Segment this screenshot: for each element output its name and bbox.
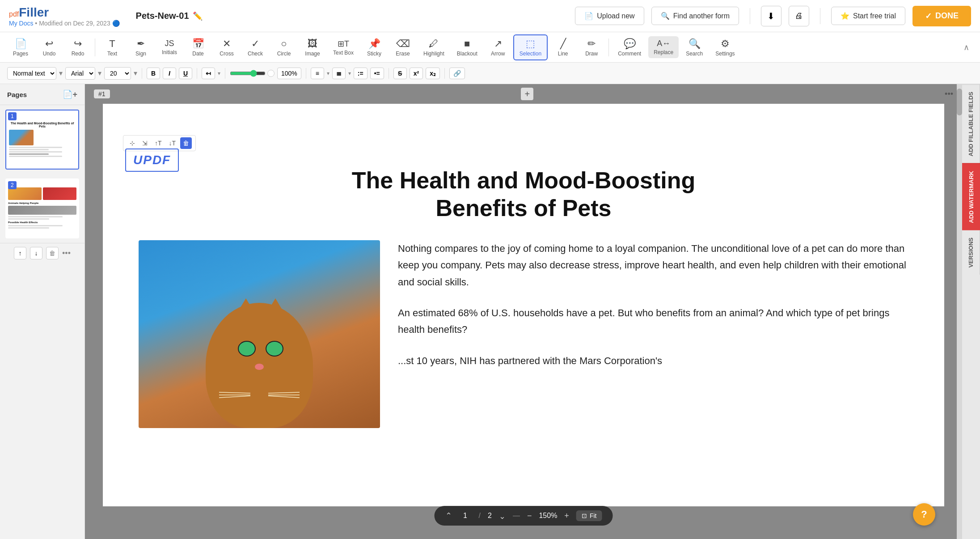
date-label: Date (192, 51, 203, 57)
tool-sticky[interactable]: 📌 Sticky (361, 35, 388, 59)
indent-left-button[interactable]: ↤ (202, 68, 215, 79)
page-up-button[interactable]: ↑ (14, 247, 26, 259)
align-left-button[interactable]: ≡ (311, 68, 324, 79)
tool-undo[interactable]: ↩ Undo (36, 35, 63, 59)
tool-sign[interactable]: ✒ Sign (127, 35, 154, 59)
tool-circle[interactable]: ○ Circle (270, 35, 297, 59)
print-button[interactable]: 🖨 (789, 6, 809, 26)
underline-button[interactable]: U (179, 68, 192, 79)
format-divider-5 (389, 68, 389, 79)
svg-line-2 (219, 396, 250, 398)
tool-draw[interactable]: ✏ Draw (578, 35, 605, 59)
toolbar-divider-2 (608, 38, 609, 56)
add-fillable-fields-tab[interactable]: ADD FILLABLE FIELDS (962, 84, 980, 163)
stamp-resize-up-icon[interactable]: ↑T (152, 138, 165, 149)
line-icon: ╱ (560, 38, 566, 50)
subscript-button[interactable]: x₂ (426, 68, 440, 79)
color-slider[interactable] (230, 70, 266, 77)
tool-cross[interactable]: ✕ Cross (213, 35, 240, 59)
start-free-trial-button[interactable]: ⭐ Start free trial (831, 7, 905, 25)
text-style-select[interactable]: Normal text (7, 67, 56, 80)
toolbar-collapse-btn[interactable]: ∧ (960, 39, 973, 56)
tool-redo[interactable]: ↪ Redo (64, 35, 91, 59)
pdf-body: Nothing compares to the joy of coming ho… (139, 240, 908, 428)
svg-line-0 (219, 392, 250, 393)
cat-whiskers (215, 383, 304, 401)
link-button[interactable]: 🔗 (449, 68, 465, 79)
list-unordered-button[interactable]: •= (370, 68, 384, 79)
page-delete-button[interactable]: 🗑 (46, 247, 59, 259)
add-watermark-tab[interactable]: ADD WATERMARK (962, 163, 980, 230)
font-select[interactable]: Arial (65, 67, 95, 80)
fit-button[interactable]: ⊡ Fit (576, 510, 602, 521)
tool-line[interactable]: ╱ Line (549, 35, 576, 59)
edit-title-icon[interactable]: ✏️ (193, 11, 203, 21)
initials-icon: JS (165, 39, 174, 48)
pages-panel-title: Pages (7, 91, 27, 98)
image-icon: 🖼 (308, 38, 317, 50)
nav-next-button[interactable]: ⌃ (499, 511, 506, 521)
strikethrough-button[interactable]: S (393, 68, 407, 79)
page-thumbnail-2[interactable]: 2 Animals Helping People Possible Health… (5, 178, 79, 238)
bold-button[interactable]: B (147, 68, 160, 79)
page-options-button[interactable]: ••• (945, 89, 953, 99)
tool-initials[interactable]: JS Initials (156, 36, 183, 58)
zoom-in-button[interactable]: + (564, 511, 569, 521)
upload-new-button[interactable]: 📄 Upload new (575, 7, 644, 25)
stamp-resize-down-icon[interactable]: ↓T (166, 138, 179, 149)
stamp-delete-button[interactable]: 🗑 (180, 137, 192, 149)
versions-tab[interactable]: VERSIONS (962, 230, 980, 275)
download-button[interactable]: ⬇ (761, 6, 781, 26)
updf-stamp[interactable]: UPDF (125, 149, 179, 172)
help-button[interactable]: ? (913, 503, 935, 526)
font-size-select[interactable]: 20 (104, 67, 131, 80)
pages-panel-add-icon[interactable]: 📄+ (63, 89, 77, 99)
settings-label: Settings (715, 51, 735, 57)
tool-search[interactable]: 🔍 Search (680, 35, 708, 59)
stamp-scale-icon[interactable]: ⇲ (139, 138, 150, 149)
tool-highlight[interactable]: 🖊 Highlight (418, 35, 450, 59)
tool-arrow[interactable]: ↗ Arrow (485, 35, 511, 59)
page-add-button[interactable]: + (521, 88, 533, 100)
tool-date[interactable]: 📅 Date (185, 35, 211, 59)
current-page-input[interactable] (459, 512, 472, 520)
chevron-down-icon-2: ▾ (98, 69, 101, 77)
tool-replace[interactable]: A↔ Replace (648, 36, 679, 58)
scrollbar-thumb[interactable] (957, 89, 962, 115)
page-num-badge-2: 2 (8, 181, 17, 189)
arrow-label: Arrow (491, 51, 505, 57)
page-more-button[interactable]: ••• (62, 249, 71, 258)
page-down-button[interactable]: ↓ (30, 247, 42, 259)
stamp-move-icon[interactable]: ⊹ (127, 138, 138, 149)
tool-selection[interactable]: ⬚ Selection (513, 34, 548, 60)
tool-erase[interactable]: ⌫ Erase (389, 35, 416, 59)
scrollbar-track (957, 84, 962, 539)
my-docs-link[interactable]: My Docs (9, 20, 33, 27)
print-icon: 🖨 (795, 11, 803, 21)
zoom-out-button[interactable]: − (527, 511, 532, 521)
comment-label: Comment (618, 51, 641, 57)
thumb-cat-1 (9, 130, 34, 145)
logo-pdf: pdf (9, 10, 19, 18)
tool-image[interactable]: 🖼 Image (299, 35, 326, 59)
tool-pages[interactable]: 📄 Pages (7, 35, 34, 59)
italic-button[interactable]: I (163, 68, 176, 79)
tool-settings[interactable]: ⚙ Settings (710, 35, 740, 59)
tool-text[interactable]: T Text (99, 35, 126, 59)
find-another-form-button[interactable]: 🔍 Find another form (651, 7, 739, 25)
list-ordered-button[interactable]: := (354, 68, 368, 79)
line-spacing-button[interactable]: ≣ (332, 68, 346, 79)
tool-check[interactable]: ✓ Check (242, 35, 269, 59)
done-button[interactable]: ✓ DONE (912, 6, 971, 26)
tool-textbox[interactable]: ⊞T Text Box (328, 36, 359, 59)
doc-title-area: Pets-New-01 ✏️ (136, 11, 203, 21)
chevron-down-icon-3: ▾ (134, 69, 137, 77)
undo-icon: ↩ (45, 38, 53, 50)
nav-prev-button[interactable]: ⌃ (445, 511, 452, 521)
format-divider-1 (142, 68, 142, 79)
superscript-button[interactable]: x² (410, 68, 423, 79)
tool-comment[interactable]: 💬 Comment (612, 35, 646, 59)
download-icon: ⬇ (767, 11, 775, 21)
page-thumbnail-1[interactable]: 1 The Health and Mood-Boosting Benefits … (5, 110, 79, 170)
tool-blackout[interactable]: ■ Blackout (452, 35, 483, 59)
